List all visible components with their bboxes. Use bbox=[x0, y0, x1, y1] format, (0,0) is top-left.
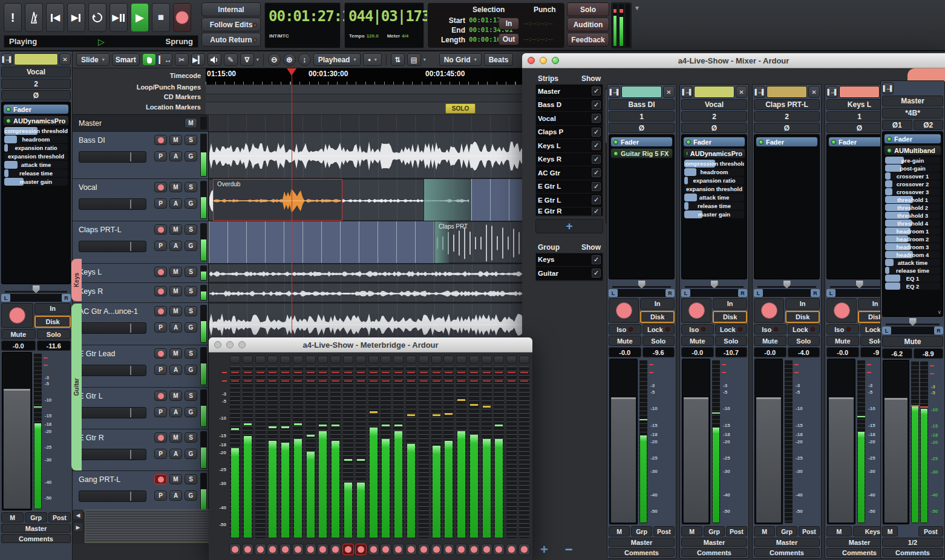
stop-button[interactable]: ■ bbox=[152, 3, 170, 32]
channel-top-button[interactable] bbox=[318, 356, 328, 363]
track-header-ac-gtr-a-unce-1[interactable]: AC Gtr A...unce-1MSPAG bbox=[73, 303, 209, 345]
track-header-e-gtr-r[interactable]: E Gtr RMSPAG bbox=[73, 429, 209, 470]
plugin-control[interactable]: compression threshold bbox=[684, 160, 744, 168]
track-group-button[interactable]: G bbox=[185, 198, 197, 209]
phase-button[interactable]: Ø bbox=[681, 123, 747, 133]
gain-value[interactable]: -0.0 bbox=[826, 347, 859, 357]
channel-top-button[interactable] bbox=[519, 356, 529, 363]
track-solo-button[interactable]: S bbox=[185, 286, 197, 296]
monitor-input-button[interactable]: In bbox=[785, 298, 820, 310]
pan-right-label[interactable]: R bbox=[934, 327, 943, 334]
plugin-control[interactable]: pre-gain bbox=[885, 157, 940, 164]
strip-tag-button[interactable]: *4B* bbox=[882, 108, 943, 119]
track-gain-slider[interactable] bbox=[79, 407, 146, 418]
gain-fader[interactable] bbox=[682, 359, 710, 524]
track-playlist-button[interactable]: P bbox=[154, 241, 167, 251]
track-playlist-button[interactable]: P bbox=[154, 449, 167, 459]
track-gain-slider[interactable] bbox=[79, 449, 146, 460]
punch-out-button[interactable]: Out bbox=[499, 33, 519, 45]
channel-record-button[interactable] bbox=[267, 544, 278, 555]
monitor-input-button[interactable]: In bbox=[640, 298, 675, 310]
plugin-control[interactable]: attack time bbox=[885, 259, 940, 266]
pin-icon[interactable]: ▌↔▌ bbox=[1, 53, 13, 65]
track-group-button[interactable]: G bbox=[185, 365, 197, 375]
channel-record-button[interactable] bbox=[518, 544, 530, 555]
strip-number-button[interactable]: 2 bbox=[754, 111, 820, 122]
gain-value[interactable]: -0.0 bbox=[609, 347, 641, 357]
processor-fader[interactable]: Fader bbox=[610, 137, 673, 147]
solo-location-marker[interactable]: SOLO bbox=[445, 103, 476, 114]
draw-tool[interactable]: ✎ bbox=[224, 53, 238, 66]
processor-fader[interactable]: Fader bbox=[3, 104, 69, 114]
track-mute-button[interactable]: M bbox=[169, 348, 182, 359]
pin-icon[interactable]: ▌↔▌ bbox=[882, 82, 894, 94]
strip-color-swatch[interactable] bbox=[694, 86, 734, 98]
channel-top-button[interactable] bbox=[293, 356, 303, 363]
pan-left-label[interactable]: L bbox=[826, 289, 835, 297]
track-group-button[interactable]: G bbox=[185, 322, 197, 333]
track-solo-button[interactable]: S bbox=[185, 135, 197, 145]
channel-record-button[interactable] bbox=[342, 544, 354, 555]
track-automation-button[interactable]: A bbox=[169, 322, 182, 333]
track-mute-button[interactable]: M bbox=[169, 391, 182, 401]
close-window-icon[interactable] bbox=[528, 57, 535, 64]
processor-active-led[interactable] bbox=[686, 151, 688, 156]
track-playlist-button[interactable]: P bbox=[154, 151, 167, 161]
gain-fader[interactable] bbox=[754, 359, 783, 524]
phase-button[interactable]: Ø bbox=[609, 123, 675, 133]
punch-in-button[interactable]: In bbox=[499, 18, 519, 30]
record-arm-button[interactable] bbox=[826, 298, 857, 323]
close-icon[interactable]: ✕ bbox=[808, 86, 820, 98]
monitor-disk-button[interactable]: Disk bbox=[785, 311, 820, 324]
group-tab-keys[interactable]: Keys bbox=[71, 259, 82, 301]
channel-top-button[interactable] bbox=[506, 356, 517, 363]
layer-chevron-icon[interactable]: ▾ bbox=[423, 57, 426, 62]
track-record-button[interactable] bbox=[154, 224, 167, 235]
peak-value[interactable]: -8.9 bbox=[914, 348, 944, 359]
monitor-disk-button[interactable]: Disk bbox=[713, 311, 747, 324]
processor-active-led[interactable] bbox=[759, 140, 764, 145]
track-solo-button[interactable]: S bbox=[185, 348, 197, 359]
solo-global-button[interactable]: Solo bbox=[567, 2, 609, 16]
comments-button[interactable]: Comments bbox=[609, 548, 675, 557]
plugin-control[interactable]: threshold 2 bbox=[885, 204, 940, 211]
strip-list-item[interactable]: Keys R✓ bbox=[536, 153, 603, 167]
channel-record-button[interactable] bbox=[380, 544, 391, 555]
track-name[interactable]: AC Gtr A...unce-1 bbox=[79, 307, 138, 316]
gain-value[interactable]: -6.2 bbox=[882, 348, 912, 359]
plugin-control[interactable]: release time bbox=[4, 169, 68, 177]
edit-mode-dropdown[interactable]: Slide▾ bbox=[76, 53, 110, 66]
track-record-button[interactable] bbox=[154, 182, 167, 192]
pan-control[interactable] bbox=[1, 285, 71, 293]
strip-show-checkbox[interactable]: ✓ bbox=[592, 141, 601, 150]
plugin-control[interactable]: threshold 1 bbox=[885, 196, 940, 203]
processor-guitar-rig-5-fx[interactable]: Guitar Rig 5 FX bbox=[610, 148, 673, 158]
follow-edits-button[interactable]: Follow Edits bbox=[201, 18, 261, 31]
minimize-window-icon[interactable] bbox=[226, 341, 234, 348]
channel-top-button[interactable] bbox=[368, 356, 379, 363]
fader-handle[interactable] bbox=[756, 397, 781, 523]
audition-tool[interactable] bbox=[208, 53, 221, 66]
pan-left-label[interactable]: L bbox=[754, 289, 763, 297]
smart-mode-button[interactable]: Smart bbox=[112, 53, 140, 66]
fader-handle[interactable] bbox=[829, 397, 854, 523]
ruler-label-location-markers[interactable]: Location Markers bbox=[146, 103, 201, 111]
solo-button[interactable]: Solo bbox=[715, 336, 748, 346]
channel-top-button[interactable] bbox=[406, 356, 416, 363]
solo-button[interactable]: Solo bbox=[643, 336, 675, 346]
strip-list-item[interactable]: E Gtr R✓ bbox=[536, 207, 603, 216]
peak-value[interactable]: -10.7 bbox=[715, 347, 748, 357]
plugin-control[interactable]: master gain bbox=[684, 210, 744, 218]
processor-fader[interactable]: Fader bbox=[756, 137, 818, 147]
strip-name-button[interactable]: Master bbox=[882, 96, 943, 106]
ruler-label-loop-punch[interactable]: Loop/Punch Ranges bbox=[137, 83, 201, 91]
peak-value[interactable]: -11.6 bbox=[37, 340, 71, 351]
track-header-vocal[interactable]: VocalMSPAG bbox=[73, 179, 209, 221]
phase-left-button[interactable]: Ø1 bbox=[882, 120, 912, 130]
plugin-control[interactable]: headroom 4 bbox=[885, 251, 940, 258]
channel-record-button[interactable] bbox=[280, 544, 291, 555]
track-solo-button[interactable]: S bbox=[185, 474, 197, 484]
track-mute-button[interactable]: M bbox=[185, 118, 197, 128]
track-mute-button[interactable]: M bbox=[169, 182, 182, 192]
channel-top-button[interactable] bbox=[255, 356, 266, 363]
